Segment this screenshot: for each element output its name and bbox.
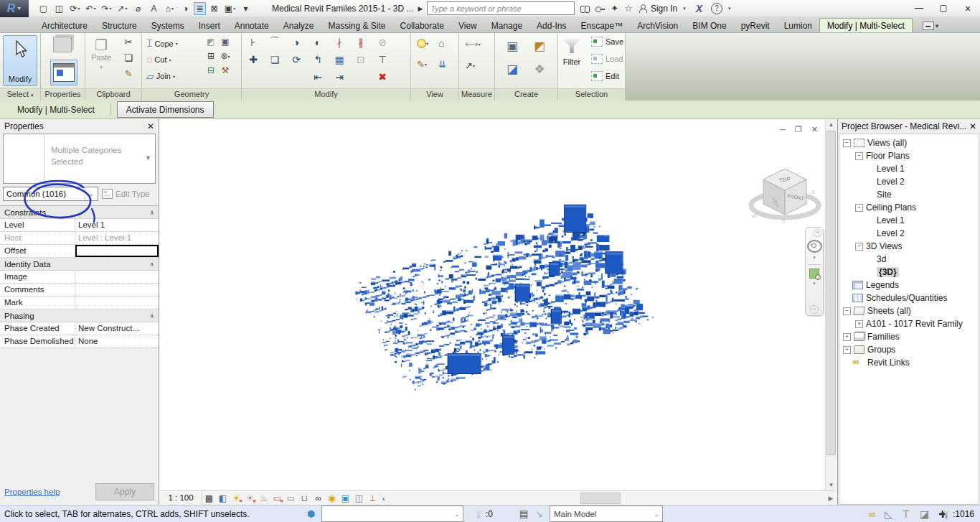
tab-add-ins[interactable]: Add-Ins [529,19,573,32]
redo-icon[interactable]: ↷▾ [99,2,114,15]
category-filter-dropdown-icon[interactable]: ⌄ [85,187,98,200]
section-icon[interactable]: ◑ [178,2,193,15]
help-icon[interactable]: ? [711,3,722,14]
3d-model-selection[interactable] [160,119,825,476]
switch-windows-icon[interactable]: ▣▾ [222,2,237,15]
tree-item-level-1[interactable]: Level 1 [839,214,979,227]
help-dropdown-icon[interactable]: ▾ [728,6,731,11]
navbar-collapse-icon[interactable]: − [810,305,819,314]
worksharing-display-icon[interactable]: ▣ [339,492,352,505]
tab-analyze[interactable]: Analyze [276,19,321,32]
tree-item-a101-1017-revit-family[interactable]: +A101 - 1017 Revit Family [839,317,979,330]
tree-expander-icon[interactable]: + [855,320,863,328]
offset-icon[interactable]: ⌒ [268,35,282,50]
tree-expander-icon[interactable]: − [843,139,851,147]
subscription-key-icon[interactable] [595,4,605,13]
property-value[interactable]: None [75,335,159,348]
view-scale-button[interactable]: 1 : 100 [160,491,202,505]
modify-button[interactable]: Modify [3,35,37,86]
pin-icon[interactable]: ⊤ [375,52,390,67]
paste-button[interactable]: ❐ Paste▾ [91,37,111,70]
trim-multiple-icon[interactable]: ⇥ [332,70,347,84]
section-header-phasing[interactable]: Phasing∧ [0,309,159,322]
tab-systems[interactable]: Systems [144,19,192,32]
tab-lumion[interactable]: Lumion [777,19,819,32]
undo-icon[interactable]: ↶▾ [83,2,98,15]
property-value[interactable] [75,297,159,309]
tab-insert[interactable]: Insert [192,19,227,32]
application-menu-button[interactable]: R▼ [0,0,29,17]
vertical-scroll-thumb[interactable] [826,131,836,455]
tree-item-ceiling-plans[interactable]: −Ceiling Plans [839,201,979,214]
unlocked-3d-view-icon[interactable]: ⊔ [298,492,311,505]
property-row-comments[interactable]: Comments [0,284,159,297]
property-row-image[interactable]: Image [0,271,159,284]
edit-type-button[interactable]: Edit Type [102,189,150,199]
tab-massing-site[interactable]: Massing & Site [321,19,393,32]
move-icon[interactable]: ✚ [246,52,260,67]
customize-qat-icon[interactable]: ▾ [238,2,253,15]
design-options-dialog-icon[interactable]: ▤ [519,505,528,522]
tree-item-views-all-[interactable]: −Views (all) [839,136,979,149]
array-icon[interactable]: ▦ [332,52,347,67]
tree-item-level-1[interactable]: Level 1 [839,162,979,175]
split-element-icon[interactable]: ∤ [332,35,347,50]
horizontal-scroll-thumb[interactable] [580,493,621,504]
tree-expander-icon[interactable]: + [843,333,851,341]
join-button[interactable]: ▱Join▾ [146,70,175,82]
property-value[interactable]: Level 1 [75,219,159,231]
property-value[interactable]: Level : Level 1 [75,232,159,244]
tree-expander-icon[interactable]: − [843,307,851,315]
visual-style-icon[interactable]: ◧ [216,492,230,505]
scroll-down-icon[interactable]: ▼ [826,480,837,490]
hide-elements-button[interactable]: ⇊ [438,59,446,70]
property-row-phase-created[interactable]: Phase CreatedNew Construct... [0,322,159,335]
copy-icon[interactable]: ❏ [268,52,282,67]
tab-manage[interactable]: Manage [484,19,529,32]
filter-button[interactable]: Filter [562,39,581,66]
view-close-icon[interactable]: ✕ [811,125,818,134]
select-links-icon[interactable]: ∞ [868,508,875,520]
favorites-star-icon[interactable]: ☆ [624,3,633,14]
measure-line-button[interactable]: ⟷▾ [465,39,481,50]
scroll-up-icon[interactable]: ▲ [826,119,837,130]
reveal-constraints-icon[interactable]: ⊥ [366,492,380,505]
render-button[interactable]: ⌂ [438,37,444,49]
workset-combobox[interactable]: ⌄ [321,505,463,522]
cut-icon[interactable]: ✂ [123,36,134,47]
apply-button[interactable]: Apply [95,483,154,500]
load-selection-button[interactable]: Load [591,54,623,64]
scroll-right-icon[interactable]: ▶ [825,495,837,502]
close-button[interactable]: × [956,3,980,14]
mirror-pick-axis-icon[interactable]: ◑ [289,35,303,50]
default-3d-view-icon[interactable]: ⌂▾ [162,2,177,15]
property-value[interactable] [75,271,159,283]
tree-item-level-2[interactable]: Level 2 [839,175,979,188]
minimize-button[interactable]: — [907,3,931,14]
tree-item--3d-[interactable]: {3D} [839,266,979,279]
unjoin-icon[interactable]: ⊞ [205,50,217,62]
property-row-host[interactable]: HostLevel : Level 1 [0,232,159,245]
property-value[interactable] [75,245,159,257]
zoom-dropdown-icon[interactable]: ▾ [813,281,816,286]
properties-stack-icon[interactable] [53,37,72,52]
tree-item-schedules-quantities[interactable]: Schedules/Quantities [839,292,979,304]
tree-item-families[interactable]: +Families [839,330,979,343]
tree-item-revit-links[interactable]: ∞Revit Links [839,356,979,369]
tree-item-groups[interactable]: +Groups [839,343,979,356]
panel-label-select[interactable]: Select ▾ [0,88,40,101]
show-rendering-dialog-icon[interactable]: ♨ [257,492,270,505]
tree-item-3d[interactable]: 3d [839,253,979,266]
scale-icon[interactable]: ⊡ [354,52,368,67]
create-similar-icon[interactable]: ❖ [531,60,548,78]
paint-icon[interactable]: ⊟ [205,65,217,76]
panel-label-measure[interactable]: Measure [459,88,494,101]
save-icon[interactable]: ◫ [52,2,67,15]
select-underlay-elements-icon[interactable]: ◺ [885,508,892,520]
tab-modify-multi-select[interactable]: Modify | Multi-Select [819,18,913,32]
create-group-icon[interactable]: ▣ [504,37,521,55]
select-pinned-elements-icon[interactable]: ⊤ [902,508,910,520]
property-row-phase-demolished[interactable]: Phase DemolishedNone [0,335,159,348]
type-selector-dropdown-icon[interactable]: ▼ [145,154,151,162]
vcb-collapse-icon[interactable]: ‹ [382,494,385,503]
